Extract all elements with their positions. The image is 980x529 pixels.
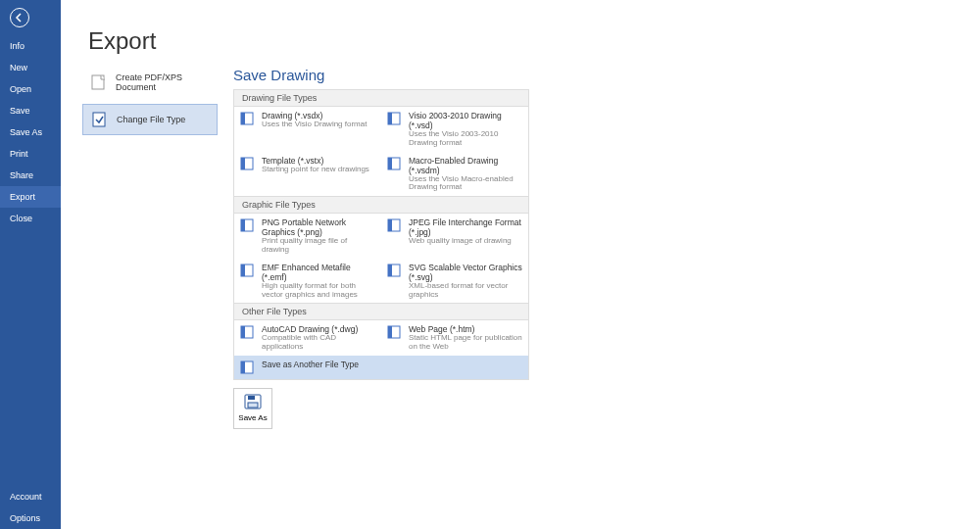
file-type-desc: Print quality image file of drawing <box>262 237 375 255</box>
file-type-icon <box>387 156 403 171</box>
file-type-item[interactable]: Visio 2003-2010 Drawing (*.vsd)Uses the … <box>381 107 528 152</box>
nav-item-account[interactable]: Account <box>0 486 61 507</box>
export-option-label: Change File Type <box>117 115 185 124</box>
file-type-item[interactable]: SVG Scalable Vector Graphics (*.svg)XML-… <box>381 259 528 304</box>
file-type-icon <box>240 217 256 233</box>
svg-rect-15 <box>241 264 245 276</box>
nav-items: InfoNewOpenSaveSave AsPrintShareExportCl… <box>0 35 61 486</box>
file-type-desc: High quality format for both vector grap… <box>262 282 375 300</box>
file-type-item[interactable]: Drawing (*.vsdx)Uses the Visio Drawing f… <box>234 107 381 152</box>
svg-rect-5 <box>388 113 392 124</box>
file-type-desc: XML-based format for vector graphics <box>409 282 522 300</box>
change-type-icon <box>91 111 109 128</box>
svg-rect-21 <box>388 326 392 338</box>
svg-rect-3 <box>241 113 245 124</box>
file-type-title: Visio 2003-2010 Drawing (*.vsd) <box>409 111 522 130</box>
pdf-doc-icon <box>90 73 108 91</box>
file-type-item[interactable]: Macro-Enabled Drawing (*.vsdm)Uses the V… <box>381 152 528 197</box>
file-type-desc: Starting point for new drawings <box>262 166 369 174</box>
svg-rect-25 <box>248 396 255 400</box>
nav-lower: AccountOptions <box>0 486 61 529</box>
file-type-title: SVG Scalable Vector Graphics (*.svg) <box>409 263 522 282</box>
svg-rect-17 <box>388 264 392 276</box>
group-header: Drawing File Types <box>234 90 528 107</box>
file-type-icon <box>240 263 256 278</box>
back-button[interactable] <box>0 0 61 35</box>
nav-item-open[interactable]: Open <box>0 78 61 100</box>
file-type-desc: Uses the Visio 2003-2010 Drawing format <box>409 130 522 148</box>
file-type-title: Macro-Enabled Drawing (*.vsdm) <box>409 156 522 175</box>
group-body: PNG Portable Network Graphics (*.png)Pri… <box>234 214 528 303</box>
file-type-item[interactable]: AutoCAD Drawing (*.dwg)Compatible with C… <box>234 320 381 356</box>
backstage-sidebar: InfoNewOpenSaveSave AsPrintShareExportCl… <box>0 0 61 529</box>
group-header: Graphic File Types <box>234 196 528 214</box>
group-body: AutoCAD Drawing (*.dwg)Compatible with C… <box>234 320 528 379</box>
group-header: Other File Types <box>234 303 528 320</box>
svg-rect-9 <box>388 158 392 169</box>
save-drawing-panel: Save Drawing Drawing File TypesDrawing (… <box>218 67 529 429</box>
file-type-title: Save as Another File Type <box>262 360 359 369</box>
file-type-desc: Compatible with CAD applications <box>262 334 375 352</box>
save-as-icon <box>244 394 262 409</box>
file-type-item[interactable]: EMF Enhanced Metafile (*.emf)High qualit… <box>234 259 381 304</box>
file-types-panel: Drawing File TypesDrawing (*.vsdx)Uses t… <box>233 89 529 380</box>
svg-rect-13 <box>388 219 392 231</box>
export-option-create-pdf[interactable]: Create PDF/XPS Document <box>82 67 218 98</box>
svg-rect-11 <box>241 219 245 231</box>
file-type-desc: Uses the Visio Macro-enabled Drawing for… <box>409 175 522 193</box>
group-body: Drawing (*.vsdx)Uses the Visio Drawing f… <box>234 107 528 196</box>
file-type-icon <box>387 217 403 233</box>
nav-item-save-as[interactable]: Save As <box>0 121 61 143</box>
nav-item-share[interactable]: Share <box>0 165 61 186</box>
main-panel: Export Create PDF/XPS DocumentChange Fil… <box>61 0 980 529</box>
file-type-item[interactable]: Save as Another File Type <box>234 356 528 379</box>
file-type-title: JPEG File Interchange Format (*.jpg) <box>409 217 522 237</box>
svg-rect-19 <box>241 326 245 338</box>
file-type-icon <box>387 263 403 278</box>
file-type-item[interactable]: PNG Portable Network Graphics (*.png)Pri… <box>234 214 381 259</box>
file-type-desc: Static HTML page for publication on the … <box>409 334 522 352</box>
file-type-title: PNG Portable Network Graphics (*.png) <box>262 217 375 237</box>
save-as-button[interactable]: Save As <box>233 388 272 429</box>
file-type-icon <box>240 324 256 340</box>
nav-item-close[interactable]: Close <box>0 208 61 229</box>
page-title: Export <box>88 27 980 55</box>
section-title: Save Drawing <box>233 67 529 83</box>
file-type-title: EMF Enhanced Metafile (*.emf) <box>262 263 375 282</box>
file-type-desc: Web quality image of drawing <box>409 237 522 246</box>
export-option-label: Create PDF/XPS Document <box>116 72 210 92</box>
back-arrow-icon <box>10 8 29 27</box>
svg-rect-1 <box>93 113 105 126</box>
nav-item-info[interactable]: Info <box>0 35 61 57</box>
svg-rect-26 <box>248 403 258 408</box>
save-as-label: Save As <box>238 413 267 422</box>
svg-rect-7 <box>241 158 245 169</box>
nav-item-export[interactable]: Export <box>0 186 61 208</box>
file-type-item[interactable]: Web Page (*.htm)Static HTML page for pub… <box>381 320 528 356</box>
file-type-icon <box>387 111 403 126</box>
file-type-desc: Uses the Visio Drawing format <box>262 120 367 129</box>
nav-item-print[interactable]: Print <box>0 143 61 165</box>
file-type-icon <box>387 324 403 340</box>
svg-rect-23 <box>241 361 245 373</box>
export-options-list: Create PDF/XPS DocumentChange File Type <box>61 67 218 429</box>
file-type-item[interactable]: JPEG File Interchange Format (*.jpg)Web … <box>381 214 528 259</box>
nav-item-new[interactable]: New <box>0 57 61 78</box>
export-option-change-file-type[interactable]: Change File Type <box>82 104 218 135</box>
file-type-icon <box>240 111 256 126</box>
file-type-item[interactable]: Template (*.vstx)Starting point for new … <box>234 152 381 197</box>
file-type-icon <box>240 156 256 171</box>
nav-item-save[interactable]: Save <box>0 100 61 121</box>
file-type-icon <box>240 360 256 375</box>
nav-item-options[interactable]: Options <box>0 507 61 529</box>
